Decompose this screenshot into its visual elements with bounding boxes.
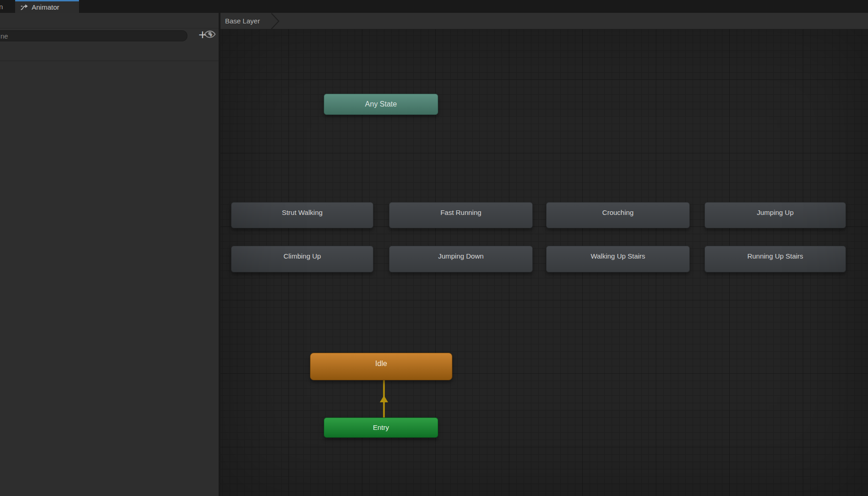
state-node-entry[interactable]: Entry	[324, 417, 438, 438]
parameters-panel: + ▾	[0, 13, 220, 496]
tab-bar: n Animator	[0, 0, 868, 13]
state-node-crouching[interactable]: Crouching	[546, 202, 690, 228]
state-node-strut-walking[interactable]: Strut Walking	[231, 202, 373, 228]
list-divider	[0, 61, 219, 61]
animator-window: n Animator + ▾ Base Layer	[0, 0, 868, 496]
state-node-climbing-up[interactable]: Climbing Up	[231, 246, 373, 272]
clipped-left-tab[interactable]: n	[0, 3, 3, 11]
state-node-running-up-stairs[interactable]: Running Up Stairs	[705, 246, 846, 272]
animator-transition-icon	[20, 4, 28, 11]
state-node-any-state[interactable]: Any State	[324, 94, 438, 115]
tab-animator-label: Animator	[32, 3, 59, 11]
state-node-fast-running[interactable]: Fast Running	[389, 202, 533, 228]
state-node-walking-up-stairs[interactable]: Walking Up Stairs	[546, 246, 690, 272]
chevron-down-icon[interactable]: ▾	[209, 32, 213, 39]
breadcrumb[interactable]: Base Layer	[225, 13, 260, 29]
search-input[interactable]	[0, 30, 187, 41]
sidebar-toolbar-divider	[0, 28, 219, 28]
tab-animator[interactable]: Animator	[15, 0, 79, 13]
breadcrumb-chevron-icon	[271, 13, 281, 29]
state-machine-canvas[interactable]: Base Layer Any State Strut Walking Fast …	[220, 13, 868, 496]
layer-breadcrumb-bar: Base Layer	[220, 13, 868, 29]
state-node-idle[interactable]: Idle	[310, 353, 452, 380]
transition-arrowhead-icon	[380, 395, 388, 402]
state-node-jumping-up[interactable]: Jumping Up	[705, 202, 846, 228]
add-parameter-button[interactable]: +	[196, 28, 209, 43]
state-node-jumping-down[interactable]: Jumping Down	[389, 246, 533, 272]
